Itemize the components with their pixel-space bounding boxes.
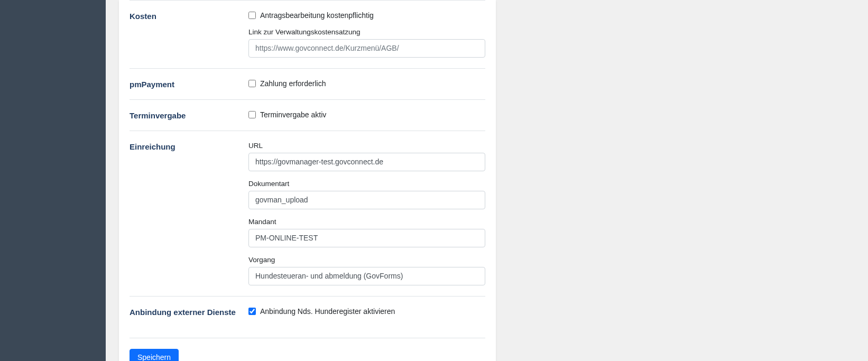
- einreichung-url-label: URL: [248, 142, 485, 150]
- section-einreichung: Einreichung URL Dokumentart Mandant Vorg…: [130, 131, 485, 296]
- section-terminvergabe: Terminvergabe Terminvergabe aktiv: [130, 99, 485, 131]
- einreichung-url-input[interactable]: [248, 153, 485, 171]
- kosten-link-input[interactable]: [248, 39, 485, 58]
- save-button[interactable]: Speichern: [130, 349, 179, 361]
- section-body-einreichung: URL Dokumentart Mandant Vorgang: [248, 142, 485, 285]
- section-title-terminvergabe: Terminvergabe: [130, 110, 248, 120]
- einreichung-dokumentart-label: Dokumentart: [248, 180, 485, 188]
- einreichung-dokumentart-input[interactable]: [248, 191, 485, 209]
- einreichung-vorgang-input[interactable]: [248, 267, 485, 285]
- terminvergabe-checkbox-label[interactable]: Terminvergabe aktiv: [260, 110, 326, 119]
- section-title-pmpayment: pmPayment: [130, 79, 248, 89]
- kosten-checkbox-label[interactable]: Antragsbearbeitung kostenpflichtig: [260, 11, 374, 20]
- main-area: Kosten Antragsbearbeitung kostenpflichti…: [106, 0, 868, 361]
- terminvergabe-checkbox-row: Terminvergabe aktiv: [248, 110, 485, 119]
- kosten-checkbox[interactable]: [248, 12, 256, 19]
- pmpayment-checkbox-label[interactable]: Zahlung erforderlich: [260, 79, 326, 88]
- button-row: Speichern: [130, 338, 485, 361]
- section-body-pmpayment: Zahlung erforderlich: [248, 79, 485, 89]
- section-pmpayment: pmPayment Zahlung erforderlich: [130, 68, 485, 99]
- anbindung-checkbox-label[interactable]: Anbindung Nds. Hunderegister aktivieren: [260, 307, 395, 316]
- kosten-checkbox-row: Antragsbearbeitung kostenpflichtig: [248, 11, 485, 20]
- einreichung-vorgang-label: Vorgang: [248, 256, 485, 264]
- einreichung-mandant-label: Mandant: [248, 218, 485, 226]
- section-title-einreichung: Einreichung: [130, 142, 248, 285]
- anbindung-checkbox-row: Anbindung Nds. Hunderegister aktivieren: [248, 307, 485, 316]
- pmpayment-checkbox[interactable]: [248, 80, 256, 87]
- section-title-anbindung: Anbindung externer Dienste: [130, 307, 248, 317]
- anbindung-checkbox[interactable]: [248, 308, 256, 315]
- section-body-anbindung: Anbindung Nds. Hunderegister aktivieren: [248, 307, 485, 317]
- section-body-kosten: Antragsbearbeitung kostenpflichtig Link …: [248, 11, 485, 58]
- pmpayment-checkbox-row: Zahlung erforderlich: [248, 79, 485, 88]
- form-card: Kosten Antragsbearbeitung kostenpflichti…: [119, 0, 496, 361]
- section-anbindung: Anbindung externer Dienste Anbindung Nds…: [130, 296, 485, 338]
- kosten-link-label: Link zur Verwaltungskostensatzung: [248, 28, 485, 36]
- sidebar: [0, 0, 106, 361]
- section-kosten: Kosten Antragsbearbeitung kostenpflichti…: [130, 0, 485, 68]
- einreichung-mandant-input[interactable]: [248, 229, 485, 247]
- section-body-terminvergabe: Terminvergabe aktiv: [248, 110, 485, 120]
- section-title-kosten: Kosten: [130, 11, 248, 58]
- terminvergabe-checkbox[interactable]: [248, 111, 256, 118]
